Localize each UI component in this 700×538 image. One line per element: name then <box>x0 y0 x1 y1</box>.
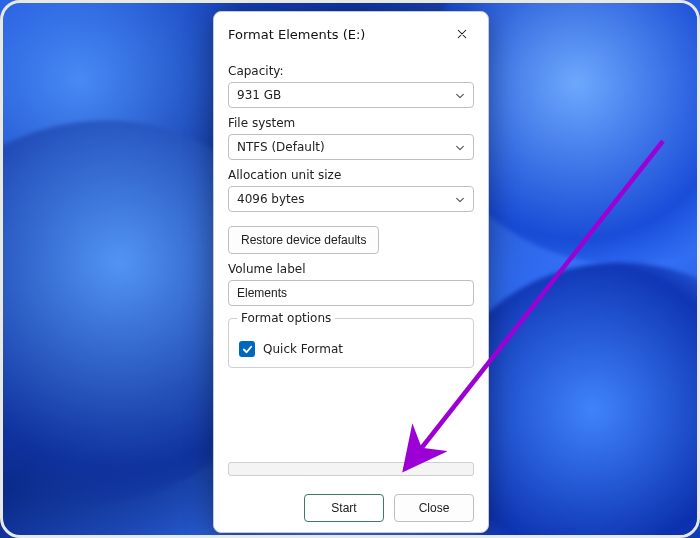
format-progress-bar <box>228 462 474 476</box>
dialog-title: Format Elements (E:) <box>228 27 365 42</box>
quick-format-row[interactable]: Quick Format <box>239 341 463 357</box>
quick-format-label: Quick Format <box>263 342 343 356</box>
dialog-body: Capacity: 931 GB File system NTFS (Defau… <box>214 52 488 532</box>
quick-format-checkbox[interactable] <box>239 341 255 357</box>
filesystem-label: File system <box>228 116 474 130</box>
format-dialog: Format Elements (E:) Capacity: 931 GB Fi… <box>213 11 489 533</box>
allocation-label: Allocation unit size <box>228 168 474 182</box>
capacity-label: Capacity: <box>228 64 474 78</box>
restore-defaults-button[interactable]: Restore device defaults <box>228 226 379 254</box>
volume-label-label: Volume label <box>228 262 474 276</box>
format-options-title: Format options <box>237 311 335 325</box>
titlebar: Format Elements (E:) <box>214 12 488 52</box>
capacity-value: 931 GB <box>237 88 281 102</box>
close-button[interactable]: Close <box>394 494 474 522</box>
filesystem-select[interactable]: NTFS (Default) <box>228 134 474 160</box>
chevron-down-icon <box>455 194 465 204</box>
filesystem-value: NTFS (Default) <box>237 140 325 154</box>
format-options-group: Format options Quick Format <box>228 318 474 368</box>
chevron-down-icon <box>455 142 465 152</box>
capacity-select[interactable]: 931 GB <box>228 82 474 108</box>
chevron-down-icon <box>455 90 465 100</box>
allocation-select[interactable]: 4096 bytes <box>228 186 474 212</box>
close-icon[interactable] <box>450 22 474 46</box>
dialog-actions: Start Close <box>228 494 474 522</box>
volume-label-input[interactable] <box>228 280 474 306</box>
start-button[interactable]: Start <box>304 494 384 522</box>
allocation-value: 4096 bytes <box>237 192 304 206</box>
